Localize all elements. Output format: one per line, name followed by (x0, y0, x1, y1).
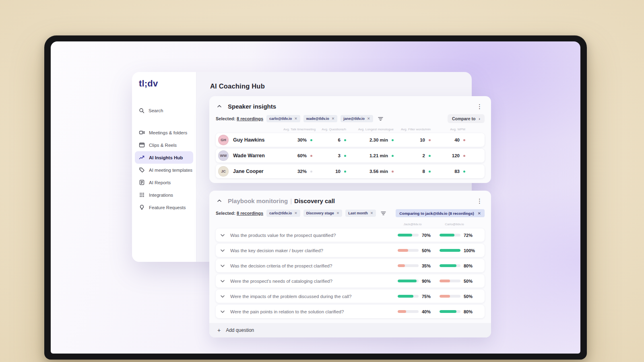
metric-value: 32% (297, 169, 307, 174)
speaker-name: Guy Hawkins (233, 137, 265, 143)
close-icon[interactable]: ✕ (336, 211, 340, 215)
metric-value: 3.56 min (369, 169, 388, 174)
plus-icon: + (217, 327, 221, 333)
sidebar-item-label: Clips & Reels (149, 143, 177, 148)
sidebar-item-integrations[interactable]: Integrations (135, 189, 193, 201)
sidebar-item-label: AI Insights Hub (149, 155, 183, 160)
column-header-filler-words: Avg. Filler words/min (398, 128, 435, 131)
speaker-insights-title: Speaker insights (228, 103, 276, 110)
playbook-question-row[interactable]: Were the prospect's needs of cataloging … (216, 274, 485, 288)
playbook-title-muted: Playbook monitoring (228, 197, 288, 204)
progress-percent: 90% (422, 279, 431, 284)
column-header-jack: Jack@tldv.io (401, 222, 424, 226)
kebab-menu-icon[interactable]: ⋮ (475, 197, 485, 205)
progress-bar (440, 249, 460, 252)
title-separator: | (288, 197, 294, 204)
add-question-button[interactable]: + Add question (209, 323, 491, 337)
collapse-chevron-up-icon[interactable] (216, 103, 223, 110)
progress-bar (440, 310, 460, 313)
app-screen: tl;dv Search (51, 41, 580, 354)
sidebar-item-meetings-folders[interactable]: Meetings & folders (135, 126, 193, 139)
metric-value: 10 (420, 138, 425, 142)
report-file-icon (139, 179, 145, 185)
close-icon[interactable]: ✕ (294, 117, 297, 121)
close-icon[interactable]: ✕ (370, 211, 374, 215)
selected-count[interactable]: 8 recordings (237, 116, 263, 121)
metric-status-dot (310, 171, 312, 173)
search-icon (139, 108, 144, 113)
chevron-down-icon[interactable] (221, 280, 230, 282)
close-icon[interactable]: ✕ (367, 117, 370, 121)
playbook-question-row[interactable]: Were the impacts of the problem discusse… (216, 290, 485, 303)
speaker-row-wade-warren[interactable]: WW Wade Warren 60% 3 1.21 min 2 120 (216, 149, 485, 162)
progress-bar (398, 249, 419, 252)
metric-value: 1.21 min (369, 153, 388, 158)
collapse-chevron-up-icon[interactable] (216, 197, 223, 204)
sidebar-item-ai-reports[interactable]: AI Reports (135, 176, 193, 189)
laptop-frame: tl;dv Search (44, 35, 587, 360)
playbook-question-row[interactable]: Was the products value for the prospect … (216, 228, 485, 242)
speaker-table-headers: Avg. Talk time/meeting Avg. Questions/h … (216, 128, 485, 131)
progress-percent: 50% (464, 294, 473, 299)
avatar: JC (218, 166, 229, 177)
filter-chip-jane[interactable]: jane@tldv.io✕ (341, 115, 373, 122)
chevron-down-icon[interactable] (221, 234, 230, 237)
metric-status-dot (344, 155, 346, 157)
metric-status-dot (429, 171, 431, 173)
progress-bar (398, 310, 419, 313)
metric-status-dot (310, 139, 312, 141)
metric-value: 120 (452, 153, 460, 158)
close-icon[interactable]: ✕ (294, 211, 297, 215)
close-icon[interactable]: ✕ (332, 117, 335, 121)
metric-status-dot (463, 139, 465, 141)
sidebar: tl;dv Search (132, 72, 196, 262)
sidebar-item-ai-insights-hub[interactable]: AI Insights Hub (135, 151, 193, 164)
speaker-insights-card: Speaker insights ⋮ Selected: 8 recording… (209, 96, 491, 183)
chevron-down-icon[interactable] (221, 265, 230, 267)
sidebar-item-ai-meeting-templates[interactable]: AI meeting templates (135, 164, 193, 176)
filter-chip-wade[interactable]: wade@tldv.io✕ (303, 115, 338, 122)
metric-status-dot (392, 139, 394, 141)
filter-icon[interactable] (381, 211, 386, 216)
close-icon[interactable]: ✕ (478, 211, 481, 216)
search-input[interactable]: Search (135, 104, 193, 117)
avatar-initials: WW (220, 154, 227, 158)
desktop-background: tl;dv Search (0, 0, 644, 362)
chevron-down-icon[interactable] (221, 311, 230, 313)
progress-bar (398, 264, 419, 267)
template-tag-icon (139, 167, 145, 173)
question-text: Was the key decision maker / buyer clari… (230, 248, 398, 253)
speaker-row-jane-cooper[interactable]: JC Jane Cooper 32% 10 3.56 min 8 83 (216, 165, 485, 178)
metric-status-dot (310, 155, 312, 157)
question-text: Was the products value for the prospect … (230, 233, 398, 238)
comparing-to-chip[interactable]: Comparing to jack@tldv.io (8 recordings)… (396, 209, 485, 217)
playbook-monitoring-card: Playbook monitoring|Discovery call ⋮ Sel… (209, 191, 491, 337)
compare-to-button[interactable]: Compare to› (448, 114, 485, 123)
selected-prefix: Selected: (216, 211, 235, 216)
selected-count[interactable]: 8 recordings (237, 211, 263, 216)
sidebar-nav: Meetings & folders Clips & Reels (132, 126, 196, 214)
question-text: Were the prospect's needs of cataloging … (230, 279, 398, 284)
video-camera-icon (139, 130, 145, 136)
filter-icon[interactable] (378, 117, 383, 121)
sidebar-item-clips-reels[interactable]: Clips & Reels (135, 139, 193, 151)
playbook-question-row[interactable]: Were the pain points in relation to the … (216, 305, 485, 318)
chevron-down-icon[interactable] (221, 249, 230, 252)
playbook-question-row[interactable]: Was the decision criteria of the prospec… (216, 259, 485, 272)
speaker-row-guy-hawkins[interactable]: GH Guy Hawkins 30% 6 2.30 min 10 40 (216, 133, 485, 147)
playbook-question-row[interactable]: Was the key decision maker / buyer clari… (216, 244, 485, 257)
filter-chip-label: jane@tldv.io (343, 117, 365, 121)
filter-chip-last-month[interactable]: Last month✕ (345, 210, 376, 217)
avatar: WW (218, 150, 229, 161)
sidebar-item-feature-requests[interactable]: Feature Requests (135, 201, 193, 214)
filter-chip-discovery-stage[interactable]: Discovery stage✕ (303, 210, 343, 217)
column-header-wpm: Avg. WPM (435, 128, 469, 131)
column-header-talk-time: Avg. Talk time/meeting (283, 128, 316, 131)
kebab-menu-icon[interactable]: ⋮ (475, 103, 485, 110)
chevron-down-icon[interactable] (221, 295, 230, 298)
metric-value: 3 (338, 153, 341, 158)
filter-chip-carlo[interactable]: carlo@tldv.io✕ (266, 210, 300, 217)
progress-bar (440, 280, 460, 282)
progress-percent: 50% (464, 279, 473, 284)
filter-chip-carlo[interactable]: carlo@tldv.io✕ (266, 115, 300, 122)
